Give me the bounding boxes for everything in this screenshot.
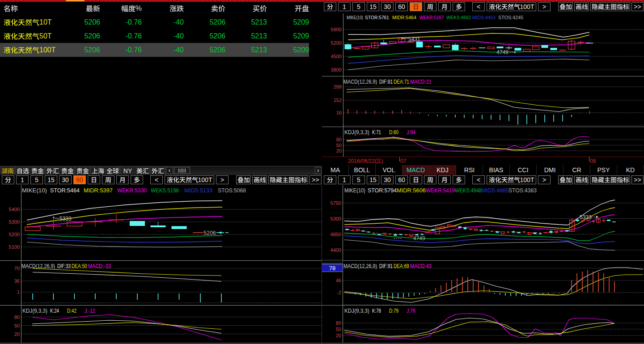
svg-text:5431: 5431 <box>408 36 420 42</box>
svg-text:50: 50 <box>336 327 341 332</box>
svg-text:36: 36 <box>14 278 20 284</box>
svg-text:K:78: K:78 <box>372 308 381 314</box>
svg-text:4500: 4500 <box>331 54 342 59</box>
svg-text:WEKS:4662: WEKS:4662 <box>446 15 471 20</box>
svg-text:K:71: K:71 <box>372 129 381 136</box>
svg-text:DEA:69: DEA:69 <box>394 263 409 269</box>
svg-text:50: 50 <box>14 323 20 328</box>
svg-text:D:79: D:79 <box>389 308 398 314</box>
svg-text:5200: 5200 <box>9 232 20 237</box>
svg-text:MIDR:5606: MIDR:5606 <box>397 187 426 194</box>
svg-text:STOS:4383: STOS:4383 <box>508 187 537 194</box>
svg-text:70: 70 <box>14 266 20 271</box>
svg-text:5900: 5900 <box>331 27 342 32</box>
svg-text:152: 152 <box>334 98 342 103</box>
svg-text:WEKS:5198: WEKS:5198 <box>151 187 179 194</box>
svg-text:J:76: J:76 <box>407 308 415 314</box>
svg-text:MACD(12,26,9): MACD(12,26,9) <box>343 79 377 85</box>
svg-text:4400: 4400 <box>330 247 341 253</box>
svg-text:288: 288 <box>334 84 342 89</box>
svg-text:3800: 3800 <box>331 67 342 72</box>
svg-text:MIDS:4665: MIDS:4665 <box>482 187 508 194</box>
svg-text:STOR:5464: STOR:5464 <box>50 187 80 194</box>
svg-text:K:24: K:24 <box>50 308 59 314</box>
svg-text:MIKE(10): MIKE(10) <box>344 187 365 194</box>
svg-text:D:42: D:42 <box>67 308 76 314</box>
svg-text:MIDS:5133: MIDS:5133 <box>184 187 212 194</box>
svg-text:5333: 5333 <box>580 214 592 221</box>
svg-text:STOR:5761: STOR:5761 <box>365 15 389 20</box>
svg-text:DEA:71: DEA:71 <box>394 79 409 85</box>
svg-text:46: 46 <box>336 278 341 283</box>
svg-text:MIDR:5397: MIDR:5397 <box>84 187 113 194</box>
svg-text:KDJ(9,3,3): KDJ(9,3,3) <box>344 308 369 314</box>
svg-text:STOR:5794: STOR:5794 <box>368 187 397 194</box>
svg-text:J:94: J:94 <box>407 129 415 136</box>
svg-text:D:60: D:60 <box>389 129 398 136</box>
svg-text:5100: 5100 <box>9 244 20 250</box>
svg-text:MIKE(10): MIKE(10) <box>347 15 363 20</box>
svg-text:MIDR:5464: MIDR:5464 <box>392 15 417 20</box>
svg-text:4850: 4850 <box>330 232 341 237</box>
svg-text:WEKR:5419: WEKR:5419 <box>426 187 455 194</box>
svg-text:5206: 5206 <box>203 230 216 236</box>
svg-text:4749: 4749 <box>496 49 508 55</box>
svg-text:5750: 5750 <box>330 200 341 206</box>
svg-text:16: 16 <box>336 110 342 115</box>
svg-text:20: 20 <box>336 148 342 153</box>
svg-text:STOS:5068: STOS:5068 <box>218 187 246 194</box>
svg-text:5333: 5333 <box>59 216 72 222</box>
svg-text:5200: 5200 <box>331 40 342 46</box>
svg-text:KDJ(9,3,3): KDJ(9,3,3) <box>344 129 369 136</box>
svg-text:80: 80 <box>14 314 20 320</box>
svg-text:07: 07 <box>400 158 407 164</box>
svg-text:): ) <box>381 158 383 164</box>
svg-text:80: 80 <box>336 320 341 326</box>
svg-text:STOS:4245: STOS:4245 <box>498 15 523 20</box>
svg-text:WEKS:4948: WEKS:4948 <box>455 187 482 194</box>
svg-text:5400: 5400 <box>9 207 20 212</box>
svg-text:KDJ(9,3,3): KDJ(9,3,3) <box>22 308 47 314</box>
svg-text:2016/06/22(: 2016/06/22( <box>348 158 377 164</box>
svg-text:J:-12: J:-12 <box>85 308 95 314</box>
svg-text:5300: 5300 <box>330 216 341 221</box>
svg-text:WEKR:5330: WEKR:5330 <box>117 187 147 194</box>
svg-text:4749: 4749 <box>413 235 425 242</box>
svg-text:1: 1 <box>17 289 20 295</box>
svg-text:WEKR:5167: WEKR:5167 <box>419 15 444 20</box>
svg-text:08: 08 <box>590 158 596 164</box>
svg-text:5300: 5300 <box>9 219 20 225</box>
svg-text:MACD:21: MACD:21 <box>410 79 432 85</box>
svg-text:20: 20 <box>14 331 20 337</box>
svg-text:DIF:81: DIF:81 <box>379 79 393 85</box>
svg-text:MIKE(10): MIKE(10) <box>22 187 47 194</box>
svg-text:50: 50 <box>336 143 342 148</box>
svg-text:20: 20 <box>336 333 341 338</box>
svg-text:-2: -2 <box>337 290 341 295</box>
svg-text:MIDS:4453: MIDS:4453 <box>472 15 496 20</box>
svg-text:80: 80 <box>336 137 342 142</box>
